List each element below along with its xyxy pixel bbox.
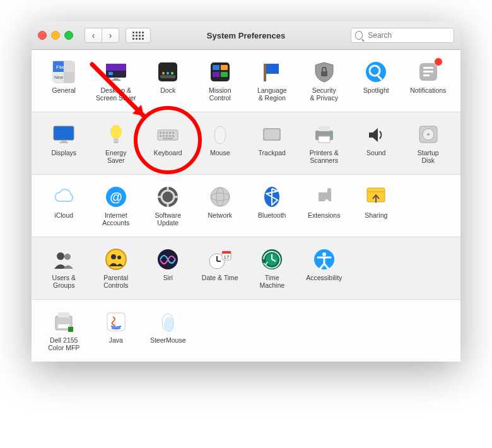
accessibility-icon — [312, 247, 336, 271]
minimize-button[interactable] — [51, 31, 60, 40]
pref-item-label: Dock — [160, 86, 175, 102]
network-icon — [208, 185, 232, 209]
keyboard-icon — [156, 122, 180, 146]
pref-item-label: Network — [208, 211, 232, 227]
pref-item-steermouse[interactable]: SteerMouse — [142, 307, 194, 355]
pref-item-startup-disk[interactable]: Startup Disk — [402, 120, 455, 168]
pref-item-label: Siri — [163, 274, 173, 289]
pref-item-parental-controls[interactable]: Parental Controls — [90, 245, 143, 293]
parental-controls-icon — [104, 247, 128, 271]
pref-item-label: Mouse — [210, 149, 230, 164]
startup-disk-icon — [416, 122, 440, 146]
pref-item-accessibility[interactable]: Accessibility — [298, 245, 351, 293]
security-privacy-icon — [312, 60, 336, 84]
displays-icon — [52, 122, 76, 146]
dock-icon — [156, 60, 180, 84]
show-all-button[interactable] — [126, 28, 151, 43]
chevron-left-icon: ‹ — [92, 31, 95, 40]
pref-item-trackpad[interactable]: Trackpad — [246, 120, 298, 168]
pref-item-spotlight[interactable]: Spotlight — [350, 57, 402, 105]
nav-buttons: ‹ › — [85, 28, 119, 43]
pref-item-label: General — [52, 86, 76, 102]
pref-item-label: Accessibility — [306, 274, 342, 289]
pref-item-keyboard[interactable]: Keyboard — [142, 120, 194, 168]
pref-row: GeneralDesktop & Screen SaverDockMission… — [32, 50, 460, 112]
pref-item-dell-2155[interactable]: Dell 2155 Color MFP — [38, 307, 90, 355]
bluetooth-icon — [260, 185, 284, 209]
pref-item-label: Java — [109, 336, 123, 351]
pref-item-language-region[interactable]: Language & Region — [246, 57, 298, 105]
pref-item-time-machine[interactable]: Time Machine — [246, 245, 298, 293]
pref-item-sharing[interactable]: Sharing — [350, 182, 402, 230]
pref-item-network[interactable]: Network — [194, 182, 247, 230]
pref-item-icloud[interactable]: iCloud — [38, 182, 90, 230]
grid-icon — [132, 32, 144, 40]
pref-item-label: Desktop & Screen Saver — [96, 86, 136, 102]
pref-item-mouse[interactable]: Mouse — [194, 120, 247, 168]
mission-control-icon — [208, 60, 232, 84]
pref-item-label: Date & Time — [202, 274, 238, 289]
general-icon — [52, 60, 76, 84]
pref-item-general[interactable]: General — [38, 57, 90, 105]
pref-item-label: Startup Disk — [418, 149, 439, 164]
sound-icon — [364, 122, 388, 146]
pref-item-label: SteerMouse — [150, 336, 186, 351]
java-icon — [104, 310, 128, 334]
pref-item-software-update[interactable]: Software Update — [142, 182, 194, 230]
pref-item-sound[interactable]: Sound — [350, 120, 402, 168]
forward-button[interactable]: › — [102, 28, 119, 43]
pref-item-label: Notifications — [410, 86, 446, 102]
pref-item-energy-saver[interactable]: Energy Saver — [90, 120, 143, 168]
notifications-icon — [416, 60, 440, 84]
back-button[interactable]: ‹ — [85, 28, 102, 43]
maximize-button[interactable] — [64, 31, 73, 40]
internet-accounts-icon — [104, 185, 128, 209]
pref-item-extensions[interactable]: Extensions — [298, 182, 351, 230]
search-field[interactable] — [351, 28, 454, 43]
pref-item-label: Parental Controls — [103, 274, 128, 289]
extensions-icon — [312, 185, 336, 209]
close-button[interactable] — [38, 31, 47, 40]
pref-item-bluetooth[interactable]: Bluetooth — [246, 182, 298, 230]
search-input[interactable] — [366, 30, 450, 40]
search-icon — [355, 31, 363, 40]
pref-item-label: Sound — [366, 149, 385, 164]
pref-item-users-groups[interactable]: Users & Groups — [38, 245, 90, 293]
pref-item-label: Energy Saver — [105, 149, 126, 164]
pref-item-notifications[interactable]: Notifications — [402, 57, 455, 105]
pref-item-date-time[interactable]: Date & Time — [194, 245, 247, 293]
software-update-icon — [156, 185, 180, 209]
pref-item-label: Language & Region — [257, 86, 287, 102]
pref-item-printers-scanners[interactable]: Printers & Scanners — [298, 120, 351, 168]
window-controls — [38, 31, 73, 40]
pref-item-displays[interactable]: Displays — [38, 120, 90, 168]
pref-item-label: Users & Groups — [52, 274, 76, 289]
pref-item-label: Extensions — [308, 211, 340, 227]
pref-item-desktop[interactable]: Desktop & Screen Saver — [90, 57, 143, 105]
pref-item-dock[interactable]: Dock — [142, 57, 194, 105]
trackpad-icon — [260, 122, 284, 146]
pref-item-siri[interactable]: Siri — [142, 245, 194, 293]
language-region-icon — [260, 60, 284, 84]
pref-item-label: Spotlight — [363, 86, 389, 102]
printers-scanners-icon — [312, 122, 336, 146]
pref-item-label: iCloud — [54, 211, 73, 227]
chevron-right-icon: › — [109, 31, 112, 40]
pref-item-label: Dell 2155 Color MFP — [48, 336, 79, 351]
pref-item-label: Printers & Scanners — [310, 149, 339, 164]
pref-row: Users & GroupsParental ControlsSiriDate … — [32, 237, 460, 299]
pref-item-label: Mission Control — [209, 86, 231, 102]
pref-item-label: Software Update — [155, 211, 181, 227]
notification-badge — [434, 57, 443, 66]
energy-saver-icon — [104, 122, 128, 146]
pref-item-label: Keyboard — [154, 149, 182, 164]
desktop-icon — [104, 60, 128, 84]
pref-item-label: Sharing — [365, 211, 387, 227]
pref-item-internet-accounts[interactable]: Internet Accounts — [90, 182, 143, 230]
pref-item-mission-control[interactable]: Mission Control — [194, 57, 247, 105]
pref-item-java[interactable]: Java — [90, 307, 143, 355]
pref-row: Dell 2155 Color MFPJavaSteerMouse — [32, 299, 460, 362]
toolbar: ‹ › System Preferences — [32, 21, 460, 50]
pref-item-security-privacy[interactable]: Security & Privacy — [298, 57, 351, 105]
pref-item-label: Security & Privacy — [310, 86, 338, 102]
